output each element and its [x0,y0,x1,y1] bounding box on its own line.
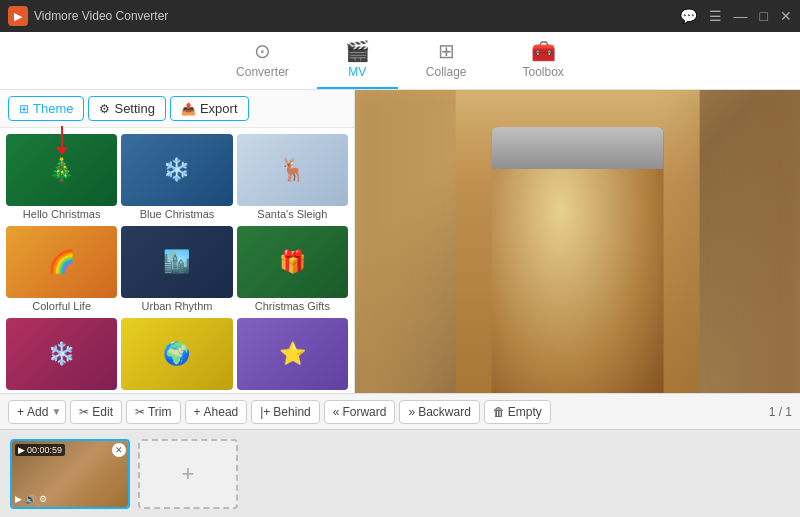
forward-label: Forward [342,405,386,419]
backward-button[interactable]: » Backward [399,400,479,424]
ahead-icon: + [194,405,201,419]
collage-icon: ⊞ [438,39,455,63]
trim-button[interactable]: ✂ Trim [126,400,181,424]
menu-button[interactable]: ☰ [709,8,722,24]
theme-grid: 🎄Hello Christmas❄️Blue Christmas🦌Santa's… [0,128,354,412]
theme-thumb-christmas-gifts: 🎁 [237,226,348,298]
trim-icon: ✂ [135,405,145,419]
theme-label: Theme [33,101,73,116]
play-small-icon: ▶ [15,494,22,504]
export-icon: 📤 [181,102,196,116]
theme-item-urban-rhythm[interactable]: 🏙️Urban Rhythm [121,226,232,314]
close-button[interactable]: ✕ [780,8,792,24]
mv-label: MV [348,65,366,79]
ahead-label: Ahead [204,405,239,419]
empty-label: Empty [508,405,542,419]
nav-tabs: ⊙ Converter 🎬 MV ⊞ Collage 🧰 Toolbox [0,32,800,90]
sub-toolbar: ⊞ Theme ⚙ Setting 📤 Export [0,90,354,128]
theme-name-hello-christmas: Hello Christmas [6,208,117,222]
timeline-add-button[interactable]: + [138,439,238,509]
converter-label: Converter [236,65,289,79]
empty-button[interactable]: 🗑 Empty [484,400,551,424]
setting-button[interactable]: ⚙ Setting [88,96,165,121]
theme-thumb-santas-sleigh: 🦌 [237,134,348,206]
bottom-section: + Add ▼ ✂ Edit ✂ Trim + Ahead |+ Behind … [0,393,800,517]
left-panel: ⊞ Theme ⚙ Setting 📤 Export 🎄Hello Christ… [0,90,355,412]
add-button[interactable]: + Add ▼ [8,400,66,424]
timeline-close-button[interactable]: ✕ [112,443,126,457]
theme-name-blue-christmas: Blue Christmas [121,208,232,222]
tab-toolbox[interactable]: 🧰 Toolbox [495,33,592,89]
backward-icon: » [408,405,415,419]
export-button[interactable]: 📤 Export [170,96,249,121]
add-placeholder: + [182,461,195,487]
theme-item-blue-christmas[interactable]: ❄️Blue Christmas [121,134,232,222]
converter-icon: ⊙ [254,39,271,63]
theme-item-christmas-gifts[interactable]: 🎁Christmas Gifts [237,226,348,314]
timeline: ▶ 00:00:59 ✕ ▶ 🔊 ⚙ + [0,429,800,517]
maximize-button[interactable]: □ [760,8,768,24]
jar-lid [492,127,663,169]
timeline-icons: ▶ 🔊 ⚙ [15,494,47,504]
page-count: 1 / 1 [769,405,792,419]
theme-item-santas-sleigh[interactable]: 🦌Santa's Sleigh [237,134,348,222]
backward-label: Backward [418,405,471,419]
trim-label: Trim [148,405,172,419]
theme-name-colorful-life: Colorful Life [6,300,117,314]
tab-converter[interactable]: ⊙ Converter [208,33,317,89]
setting-label: Setting [114,101,154,116]
add-icon: + [17,405,24,419]
forward-icon: « [333,405,340,419]
settings-small-icon: ⚙ [39,494,47,504]
edit-icon: ✂ [79,405,89,419]
theme-thumb-snowflake: ❄️ [6,318,117,390]
theme-thumb-shining-star: ⭐ [237,318,348,390]
app-icon: ▶ [8,6,28,26]
timeline-duration-text: 00:00:59 [27,445,62,455]
app-title: Vidmore Video Converter [34,9,168,23]
toolbox-icon: 🧰 [531,39,556,63]
toolbox-label: Toolbox [523,65,564,79]
tab-mv[interactable]: 🎬 MV [317,33,398,89]
theme-thumb-colorful-life: 🌈 [6,226,117,298]
behind-button[interactable]: |+ Behind [251,400,320,424]
bottom-toolbar: + Add ▼ ✂ Edit ✂ Trim + Ahead |+ Behind … [0,393,800,429]
behind-label: Behind [273,405,310,419]
theme-name-christmas-gifts: Christmas Gifts [237,300,348,314]
theme-thumb-urban-rhythm: 🏙️ [121,226,232,298]
chat-button[interactable]: 💬 [680,8,697,24]
title-bar-left: ▶ Vidmore Video Converter [8,6,168,26]
theme-name-santas-sleigh: Santa's Sleigh [237,208,348,222]
theme-thumb-circle-world: 🌍 [121,318,232,390]
theme-name-urban-rhythm: Urban Rhythm [121,300,232,314]
theme-item-colorful-life[interactable]: 🌈Colorful Life [6,226,117,314]
behind-icon: |+ [260,405,270,419]
timeline-item[interactable]: ▶ 00:00:59 ✕ ▶ 🔊 ⚙ [10,439,130,509]
export-label: Export [200,101,238,116]
title-bar: ▶ Vidmore Video Converter 💬 ☰ — □ ✕ [0,0,800,32]
jar-body [492,127,663,405]
title-bar-controls: 💬 ☰ — □ ✕ [680,8,792,24]
ahead-button[interactable]: + Ahead [185,400,248,424]
audio-icon: 🔊 [25,494,36,504]
edit-label: Edit [92,405,113,419]
add-arrow-icon: ▼ [51,406,61,417]
tab-collage[interactable]: ⊞ Collage [398,33,495,89]
edit-button[interactable]: ✂ Edit [70,400,122,424]
minimize-button[interactable]: — [734,8,748,24]
theme-button[interactable]: ⊞ Theme [8,96,84,121]
theme-icon: ⊞ [19,102,29,116]
theme-thumb-blue-christmas: ❄️ [121,134,232,206]
collage-label: Collage [426,65,467,79]
trash-icon: 🗑 [493,405,505,419]
timeline-duration: ▶ 00:00:59 [15,444,65,456]
forward-button[interactable]: « Forward [324,400,396,424]
add-label: Add [27,405,48,419]
setting-icon: ⚙ [99,102,110,116]
mv-icon: 🎬 [345,39,370,63]
